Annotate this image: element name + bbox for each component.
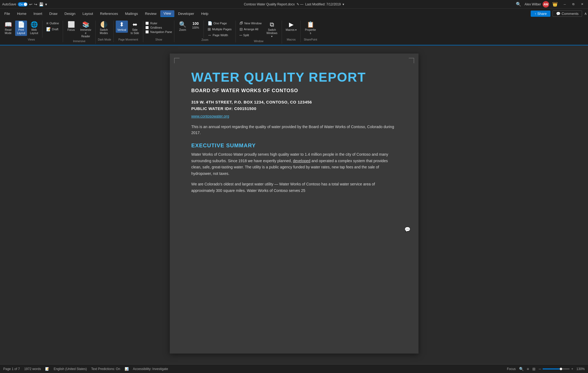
autosave-label: AutoSave xyxy=(2,2,16,6)
zoom-content: 🔍 Zoom 100 100% 📄 One Page ⊞ Multiple Pa… xyxy=(177,21,233,38)
side-to-side-button[interactable]: ⬌ Sideto Side xyxy=(129,21,141,36)
zoom-button[interactable]: 🔍 Zoom xyxy=(177,21,188,33)
zoom-thumb xyxy=(560,368,562,370)
view-mode-icon3[interactable]: ⊞ xyxy=(532,367,536,371)
document-intro: This is an annual report regarding the q… xyxy=(191,124,397,136)
switch-windows-label: SwitchWindows ▾ xyxy=(266,28,278,38)
crown-icon: 👑 xyxy=(552,2,558,7)
properties-button[interactable]: 📋 Properties xyxy=(303,21,318,36)
undo-icon[interactable]: ↩ xyxy=(29,2,32,6)
navpane-checkbox[interactable]: Navigation Pane xyxy=(145,30,172,34)
ruler-input[interactable] xyxy=(145,22,149,25)
switch-modes-button[interactable]: 🌗 SwitchModes xyxy=(98,21,110,36)
macros-button[interactable]: ▶ Macros ▾ xyxy=(284,21,298,33)
ribbon-group-window: 🗗 New Window ⊟ Arrange All ─ Split ⧉ Swi… xyxy=(238,21,282,44)
focus-label: Focus xyxy=(67,28,75,32)
menu-insert[interactable]: Insert xyxy=(30,11,46,17)
page-width-button[interactable]: ↔ Page Width xyxy=(206,32,233,38)
menu-mailings[interactable]: Mailings xyxy=(122,11,141,17)
show-checkboxes: Ruler Gridlines Navigation Pane xyxy=(145,21,172,35)
immersive-reader-button[interactable]: 📚 ImmersiveReader xyxy=(78,21,93,39)
print-layout-button[interactable]: 📄 PrintLayout xyxy=(15,21,27,36)
developed-text: developed xyxy=(293,159,310,163)
immersive-content: ⬜ Focus 📚 ImmersiveReader xyxy=(65,21,93,39)
ribbon-collapse-icon[interactable]: ∧ xyxy=(584,11,587,16)
zoom-fill xyxy=(543,368,560,369)
accessibility[interactable]: Accessibility: Investigate xyxy=(133,367,168,371)
autosave-toggle[interactable]: On xyxy=(18,2,28,6)
title-bar: AutoSave On ↩ ↪ 💾 ▾ Contoso Water Qualit… xyxy=(0,0,588,9)
comments-icon: 💬 xyxy=(556,12,560,16)
darkmode-content: 🌗 SwitchModes xyxy=(98,21,111,38)
status-bar-right: Focus 🔍 ≡ ⊞ ─ + 130% xyxy=(507,367,585,371)
zoom-minus-button[interactable]: ─ xyxy=(539,367,541,371)
section1-paragraph2: We are Colorado's oldest and largest wat… xyxy=(191,181,397,194)
document-org: BOARD OF WATER WORKS OF CONTOSO xyxy=(191,88,397,94)
arrange-all-icon: ⊟ xyxy=(240,27,243,31)
comments-button[interactable]: 💬 Comments xyxy=(553,11,582,17)
document-website[interactable]: www.contosowater.org xyxy=(191,114,397,118)
one-page-button[interactable]: 📄 One Page xyxy=(206,21,233,26)
menu-right: ↑ Share 💬 Comments ∧ xyxy=(531,11,587,17)
split-button[interactable]: ─ Split xyxy=(238,32,263,38)
focus-button[interactable]: ⬜ Focus xyxy=(65,21,77,33)
editor-icon[interactable]: 📝 xyxy=(45,367,49,371)
ruler-checkbox[interactable]: Ruler xyxy=(145,22,172,25)
comment-icon[interactable]: 💬 xyxy=(404,227,410,232)
menu-review[interactable]: Review xyxy=(142,11,160,17)
ribbon-group-sharepoint: 📋 Properties SharePoint xyxy=(303,21,320,42)
read-mode-button[interactable]: 📖 ReadMode xyxy=(2,21,14,36)
menu-help[interactable]: Help xyxy=(198,11,212,17)
document-address: 319 W. 4TH STREET, P.O. BOX 1234, CONTOS… xyxy=(191,99,397,112)
one-page-label: One Page xyxy=(213,22,227,25)
gridlines-input[interactable] xyxy=(145,26,149,29)
draft-button[interactable]: 📝 Draft xyxy=(45,26,61,32)
share-button[interactable]: ↑ Share xyxy=(531,11,550,17)
focus-button[interactable]: Focus xyxy=(507,367,516,371)
arrange-all-button[interactable]: ⊟ Arrange All xyxy=(238,26,263,32)
views-group-label: Views xyxy=(2,38,61,42)
menu-view[interactable]: View xyxy=(160,10,174,17)
web-layout-label: WebLayout xyxy=(30,28,38,35)
search-icon[interactable]: 🔍 xyxy=(516,2,521,7)
one-page-icon: 📄 xyxy=(208,21,212,25)
menu-developer[interactable]: Developer xyxy=(175,11,197,17)
save-icon[interactable]: 💾 xyxy=(39,2,44,6)
menu-layout[interactable]: Layout xyxy=(79,11,96,17)
gridlines-checkbox[interactable]: Gridlines xyxy=(145,26,172,29)
toggle-knob xyxy=(24,3,27,6)
vertical-button[interactable]: ⬍ Vertical xyxy=(116,21,128,33)
menu-draw[interactable]: Draw xyxy=(46,11,61,17)
menu-home[interactable]: Home xyxy=(14,11,30,17)
new-window-button[interactable]: 🗗 New Window xyxy=(238,21,263,26)
switch-windows-button[interactable]: ⧉ SwitchWindows ▾ xyxy=(264,21,280,39)
outline-button[interactable]: ≡ Outline xyxy=(45,21,61,26)
ribbon-group-show: Ruler Gridlines Navigation Pane Show xyxy=(145,21,175,42)
view-mode-icon1[interactable]: 🔍 xyxy=(519,367,524,371)
close-button[interactable]: ✕ xyxy=(578,2,586,7)
navpane-label: Navigation Pane xyxy=(150,30,172,34)
menu-file[interactable]: File xyxy=(1,11,13,17)
immersive-reader-icon: 📚 xyxy=(82,22,89,28)
zoom-track[interactable] xyxy=(543,368,570,369)
menu-design[interactable]: Design xyxy=(61,11,79,17)
user-badge: Alex Wilber AW xyxy=(524,1,549,8)
ribbon-group-pagemovement: ⬍ Vertical ⬌ Sideto Side Page Movement xyxy=(116,21,143,42)
share-icon: ↑ xyxy=(534,12,536,16)
redo-icon[interactable]: ↪ xyxy=(34,2,37,6)
minimize-button[interactable]: ─ xyxy=(561,2,569,7)
doc-stats-icon[interactable]: 📊 xyxy=(125,367,129,371)
window-content: 🗗 New Window ⊟ Arrange All ─ Split ⧉ Swi… xyxy=(238,21,280,39)
multiple-pages-button[interactable]: ⊞ Multiple Pages xyxy=(206,26,233,32)
view-mode-icon2[interactable]: ≡ xyxy=(527,367,529,371)
zoom-plus-button[interactable]: + xyxy=(571,367,573,371)
web-layout-button[interactable]: 🌐 WebLayout xyxy=(28,21,40,36)
toolbar-more-icon[interactable]: ▾ xyxy=(45,2,47,6)
navpane-input[interactable] xyxy=(145,30,149,34)
side-to-side-label: Sideto Side xyxy=(131,28,139,35)
restore-button[interactable]: ⧉ xyxy=(570,2,577,7)
macros-label: Macros ▾ xyxy=(286,28,297,32)
zoom-100-button[interactable]: 100 100% xyxy=(190,21,201,31)
document-address2: PUBLIC WATER ID#: C00151500 xyxy=(191,105,397,112)
menu-references[interactable]: References xyxy=(97,11,121,17)
